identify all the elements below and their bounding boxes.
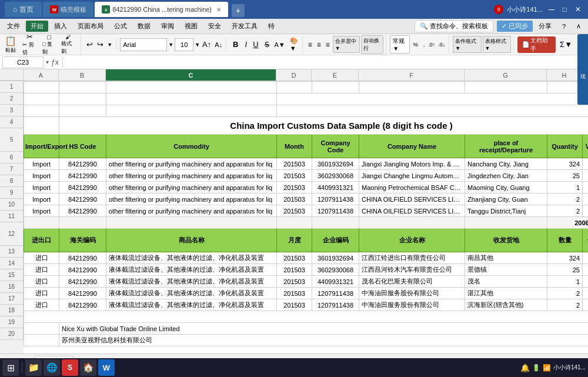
col-d-header[interactable]: D: [276, 69, 312, 81]
row-num-3[interactable]: 3: [0, 105, 24, 116]
col-b-header[interactable]: B: [59, 69, 106, 81]
bold-btn[interactable]: B: [230, 38, 241, 51]
font-size-input[interactable]: [175, 38, 193, 51]
row-num-6[interactable]: 6: [0, 152, 24, 164]
col-c-header[interactable]: C: [106, 69, 276, 81]
cell-14-b[interactable]: 84212990: [59, 264, 106, 276]
header-cn-month[interactable]: 月度: [277, 229, 312, 252]
cell-20-a[interactable]: [24, 335, 59, 346]
cell-13-f[interactable]: 江西江铃进出口有限责任公司: [359, 252, 465, 264]
decimal-dec-btn[interactable]: .0↓: [437, 41, 446, 49]
cell-6-b[interactable]: 84212990: [59, 158, 106, 170]
cell-9-a[interactable]: Import: [24, 193, 59, 205]
tab-file[interactable]: x 84212990 China ...tering machine) ✕: [95, 2, 228, 17]
header-en-qty[interactable]: Quantity: [547, 135, 583, 158]
expand-btn[interactable]: ∧: [572, 21, 586, 31]
underline-btn[interactable]: U: [250, 39, 260, 50]
row-num-5[interactable]: 5: [0, 128, 24, 152]
row-num-1[interactable]: 1: [0, 81, 24, 93]
fill-color-btn[interactable]: 🎨▼: [288, 36, 300, 53]
cell-11-f[interactable]: [359, 217, 465, 229]
cell-16-c[interactable]: 液体截流过滤设备、其他液体的过滤、净化机器及装置: [106, 288, 277, 299]
copy-btn[interactable]: □□ 复制: [40, 34, 58, 55]
cell-f1[interactable]: [359, 82, 465, 94]
cell-15-b[interactable]: 84212990: [59, 276, 106, 288]
cell-b3[interactable]: [59, 105, 106, 117]
cell-15-d[interactable]: 201503: [277, 276, 312, 288]
cell-7-e[interactable]: 3602930068: [312, 170, 359, 182]
cell-17-d[interactable]: 201503: [277, 299, 312, 311]
cell-10-d[interactable]: 201503: [277, 205, 312, 217]
taskbar-browser-btn[interactable]: 🌐: [44, 359, 60, 376]
cell-9-e[interactable]: 1207911438: [312, 193, 359, 205]
cell-14-d[interactable]: 201503: [277, 264, 312, 276]
header-en-place[interactable]: place of receipt/Departure: [465, 135, 547, 158]
cell-17-f[interactable]: 中海油田服务股份有限公司: [359, 299, 465, 311]
cell-8-b[interactable]: 84212990: [59, 182, 106, 193]
cell-8-e[interactable]: 4409931321: [312, 182, 359, 193]
row-num-9[interactable]: 9: [0, 187, 24, 199]
cell-17-b[interactable]: 84212990: [59, 299, 106, 311]
row-num-16[interactable]: 16: [0, 281, 24, 293]
menu-formula[interactable]: 公式: [109, 21, 132, 32]
header-cn-commodity[interactable]: 商品名称: [106, 229, 277, 252]
cell-c3[interactable]: [106, 105, 277, 117]
wrap-btn[interactable]: 自动换行: [361, 35, 383, 54]
formula-input[interactable]: [65, 59, 586, 66]
search-btn[interactable]: 🔍 查找命令、搜索模板: [415, 20, 493, 32]
cell-17-e[interactable]: 1207911438: [312, 299, 359, 311]
cell-reference-input[interactable]: [2, 56, 44, 68]
cell-13-b[interactable]: 84212990: [59, 252, 106, 264]
font-grow-btn[interactable]: A↑: [201, 40, 212, 49]
header-en-import[interactable]: Import/Export: [24, 135, 59, 158]
taskbar-bell-icon[interactable]: 🔔: [520, 363, 530, 372]
cell-6-f[interactable]: Jiangxi Jiangling Motors Imp. & Exp. C: [359, 158, 465, 170]
sync-btn[interactable]: ✓ 已同步: [497, 21, 533, 32]
row-num-17[interactable]: 17: [0, 293, 24, 305]
cond-format-btn[interactable]: 条件格式▼: [453, 36, 481, 53]
cell-d1[interactable]: [277, 82, 312, 94]
header-cn-qty[interactable]: 数量: [547, 229, 583, 252]
cell-13-g[interactable]: 南昌其他: [465, 252, 547, 264]
cell-9-f[interactable]: CHINA OILFIELD SERVICES LIMITED: [359, 193, 465, 205]
cell-15-a[interactable]: 进口: [24, 276, 59, 288]
cell-8-i[interactable]: 2899: [583, 182, 589, 193]
align-right-btn[interactable]: ≡: [324, 39, 332, 50]
cell-8-a[interactable]: Import: [24, 182, 59, 193]
header-en-commodity[interactable]: Commodity: [106, 135, 277, 158]
cell-a4[interactable]: [24, 117, 59, 135]
italic-btn[interactable]: I: [243, 39, 250, 50]
cell-8-g[interactable]: Maoming City, Guang: [465, 182, 547, 193]
cell-b2[interactable]: [59, 94, 106, 105]
col-e-header[interactable]: E: [312, 69, 359, 81]
cell-13-i[interactable]: 4566: [583, 252, 589, 264]
table-style-btn[interactable]: 表格样式▼: [483, 36, 511, 53]
row-num-18[interactable]: 18: [0, 305, 24, 316]
row-num-20[interactable]: 20: [0, 328, 24, 340]
cell-15-f[interactable]: 茂名石化巴斯夫有限公司: [359, 276, 465, 288]
taskbar-home-btn[interactable]: 🏠: [80, 359, 96, 376]
header-en-company-code[interactable]: Company Code: [312, 135, 359, 158]
paste-btn[interactable]: 📋粘贴: [2, 34, 19, 55]
function-icon[interactable]: ƒx: [51, 58, 59, 66]
header-cn-hs[interactable]: 海关编码: [59, 229, 106, 252]
cell-13-d[interactable]: 201503: [277, 252, 312, 264]
row-num-13[interactable]: 13: [0, 246, 24, 258]
cell-15-i[interactable]: 2899: [583, 276, 589, 288]
redo-btn[interactable]: ↪: [95, 39, 105, 50]
cell-11-c[interactable]: [106, 217, 277, 229]
cell-10-h[interactable]: 2: [547, 205, 583, 217]
cell-7-a[interactable]: Import: [24, 170, 59, 182]
row-num-19[interactable]: 19: [0, 316, 24, 328]
font-shrink-btn[interactable]: A↓: [213, 41, 223, 48]
cell-8-f[interactable]: Maoning Petrochemical BSAF Co. Ltd: [359, 182, 465, 193]
cell-13-c[interactable]: 液体截流过滤设备、其他液体的过滤、净化机器及装置: [106, 252, 277, 264]
header-cn-import[interactable]: 进出口: [24, 229, 59, 252]
cell-8-d[interactable]: 201503: [277, 182, 312, 193]
cell-15-e[interactable]: 4409931321: [312, 276, 359, 288]
cell-14-f[interactable]: 江西昌河铃木汽车有限责任公司: [359, 264, 465, 276]
cell-7-b[interactable]: 84212990: [59, 170, 106, 182]
cell-18[interactable]: [24, 311, 589, 323]
cell-11-e[interactable]: [312, 217, 359, 229]
header-cn-company-code[interactable]: 企业编码: [312, 229, 359, 252]
